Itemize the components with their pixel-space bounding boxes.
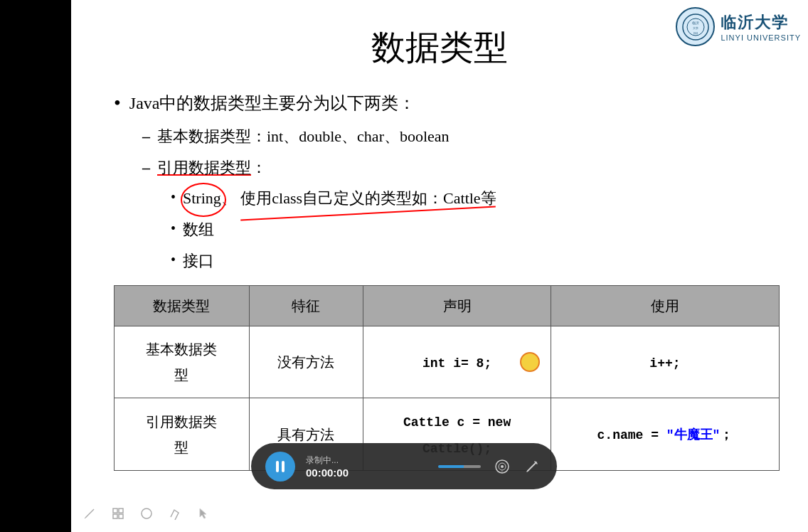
pause-icon [276,461,285,472]
svg-line-13 [85,518,85,518]
basic-declaration-code: int i= 8; [422,356,491,371]
recording-label: 录制中... [306,454,427,467]
bullet-dot-1: • [171,184,176,210]
grid-icon[interactable] [110,506,126,521]
recording-bar: 录制中... 00:00:00 + [251,443,557,489]
svg-line-9 [528,462,536,471]
circle-icon[interactable] [139,506,154,521]
sub-dash-2: – [142,154,150,182]
ref-usage-code: c.name = "牛魔王"； [597,428,733,442]
cell-basic-declaration: int i= 8; [363,326,551,398]
pause-button[interactable] [265,452,295,482]
array-text: 数组 [183,216,214,244]
basic-usage-code: i++; [649,356,680,371]
strikethrough-text: 使用class自己定义的类型如：Cattle等 [240,184,496,213]
recording-info: 录制中... 00:00:00 [306,454,427,479]
col-header-feature: 特征 [249,286,363,326]
basic-type-text: 基本数据类型：int、double、char、boolean [157,122,450,151]
svg-rect-17 [119,514,123,518]
cell-ref-type: 引用数据类型 [115,398,250,471]
pencil-icon[interactable] [82,506,97,521]
bullet-dot-3: • [171,247,176,272]
sub-item-reference: – 引用数据类型： [142,154,780,182]
ref-type-text: 引用数据类型： [157,154,267,182]
recording-time: 00:00:00 [306,467,427,479]
cell-ref-usage: c.name = "牛魔王"； [551,398,779,471]
svg-point-7 [501,465,504,468]
sub-dash-1: – [142,122,150,151]
table-row-basic: 基本数据类型 没有方法 int i= 8; i++; [115,326,780,398]
pause-bar-left [276,461,279,472]
underlined-ref-type: 引用数据类型 [157,159,251,176]
logo-emblem: 临沂 大学 1941 [676,7,715,46]
interface-text: 接口 [183,247,214,275]
col-header-usage: 使用 [551,286,779,326]
university-logo: 临沂 大学 1941 临沂大学 LINYI UNIVERSITY [676,7,801,46]
sub-sub-interface: • 接口 [171,247,780,275]
string-circled: String [183,184,221,213]
cell-basic-type: 基本数据类型 [115,326,250,398]
svg-rect-14 [113,509,117,513]
svg-text:1941: 1941 [693,32,698,35]
pause-bar-right [282,461,285,472]
draw-button[interactable] [521,456,543,477]
svg-rect-15 [119,509,123,513]
eraser-icon[interactable] [167,506,183,521]
sub-sub-string: • String、 使用class自己定义的类型如：Cattle等 [171,184,780,213]
col-header-type: 数据类型 [115,286,250,326]
bottom-toolbar [82,506,211,521]
svg-point-18 [142,509,152,518]
string-value-blue: "牛魔王" [666,428,721,442]
cursor-icon[interactable] [196,506,211,521]
recording-controls: + [491,456,543,477]
university-name-cn: 临沂大学 [721,12,789,33]
main-point-text: Java中的数据类型主要分为以下两类： [129,88,416,119]
yellow-dot-indicator [520,352,540,372]
cell-basic-usage: i++; [551,326,779,398]
microphone-button[interactable]: + [491,456,513,477]
sub-sub-array: • 数组 [171,216,780,244]
svg-rect-16 [113,514,117,518]
volume-slider[interactable] [438,465,481,468]
svg-line-12 [85,509,94,518]
slide-body: • Java中的数据类型主要分为以下两类： – 基本数据类型：int、doubl… [100,88,780,471]
svg-line-10 [527,471,528,472]
string-item-text: String、 使用class自己定义的类型如：Cattle等 [183,184,496,213]
cell-basic-feature: 没有方法 [249,326,363,398]
university-name-en: LINYI UNIVERSITY [721,33,801,42]
sub-item-basic: – 基本数据类型：int、double、char、boolean [142,122,780,151]
sub-sub-items: • String、 使用class自己定义的类型如：Cattle等 • 数组 •… [171,184,780,275]
col-header-declaration: 声明 [363,286,551,326]
bullet-symbol: • [114,88,121,118]
main-bullet: • Java中的数据类型主要分为以下两类： [114,88,780,119]
table-header-row: 数据类型 特征 声明 使用 [115,286,780,326]
bullet-dot-2: • [171,216,176,241]
svg-text:临沂: 临沂 [692,21,699,25]
sub-items: – 基本数据类型：int、double、char、boolean – 引用数据类… [142,122,780,275]
left-sidebar [0,0,71,532]
svg-text:大学: 大学 [693,26,698,30]
logo-text-block: 临沂大学 LINYI UNIVERSITY [721,12,801,42]
